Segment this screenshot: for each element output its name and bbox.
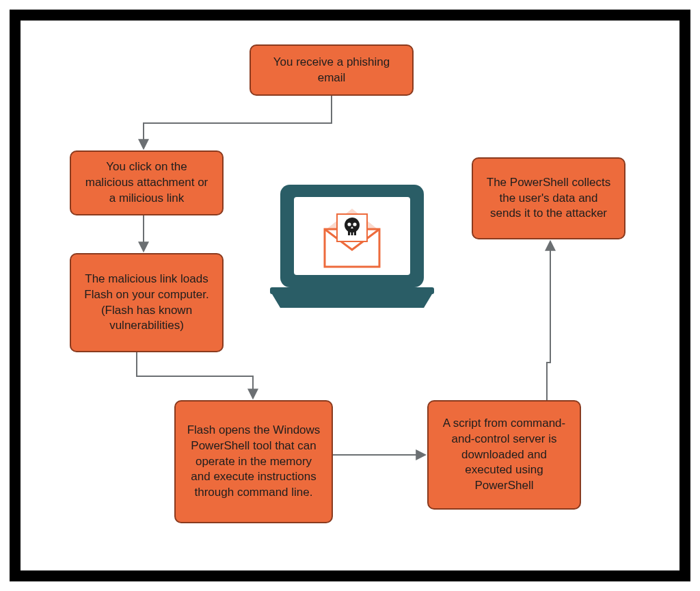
edge-n5-n6 (547, 242, 550, 400)
node-label: You receive a phishing email (260, 55, 403, 86)
edge-n3-n4 (137, 352, 253, 397)
node-flash-loads: The malicious link loads Flash on your c… (70, 253, 224, 352)
node-script-downloaded: A script from command-and-control server… (427, 400, 581, 510)
diagram-canvas: You receive a phishing email You click o… (21, 21, 679, 570)
svg-rect-8 (348, 231, 350, 235)
laptop-malware-icon (256, 178, 448, 328)
node-phishing-email: You receive a phishing email (250, 44, 414, 96)
node-label: The malicious link loads Flash on your c… (81, 272, 213, 334)
node-label: A script from command-and-control server… (438, 416, 570, 495)
node-label: You click on the malicious attachment or… (81, 159, 213, 207)
node-data-exfiltration: The PowerShell collects the user's data … (472, 157, 625, 239)
svg-rect-9 (351, 231, 353, 235)
edge-n1-n2 (144, 96, 332, 148)
node-powershell-opens: Flash opens the Windows PowerShell tool … (174, 400, 333, 523)
node-label: The PowerShell collects the user's data … (483, 175, 615, 222)
svg-point-5 (345, 218, 360, 233)
svg-point-6 (347, 222, 351, 226)
node-click-attachment: You click on the malicious attachment or… (70, 150, 224, 215)
diagram-frame: You receive a phishing email You click o… (10, 10, 690, 581)
node-label: Flash opens the Windows PowerShell tool … (185, 423, 322, 501)
svg-rect-2 (270, 287, 434, 294)
svg-point-7 (353, 222, 356, 226)
svg-rect-10 (354, 231, 356, 235)
